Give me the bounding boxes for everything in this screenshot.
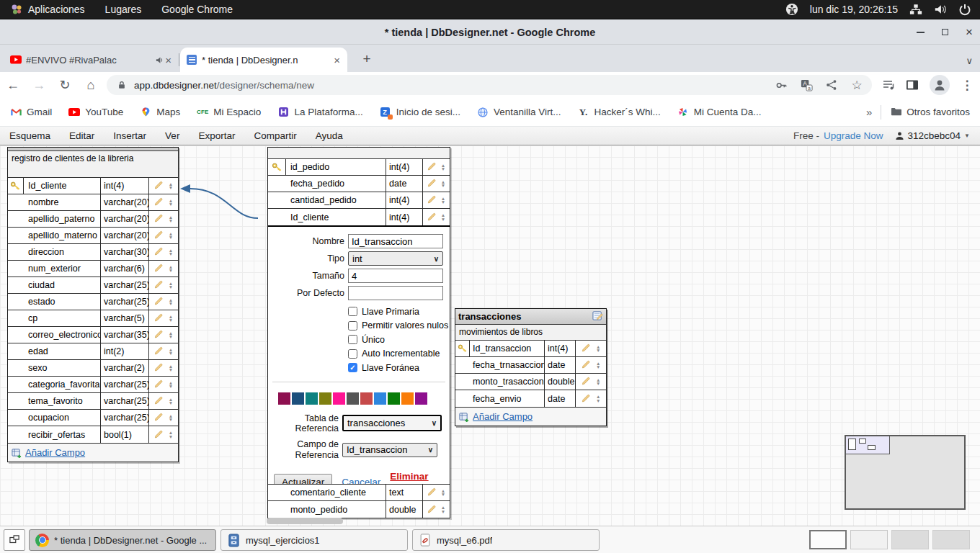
menu-compartir[interactable]: Compartir [244,130,306,141]
edit-field-icon[interactable] [582,376,591,387]
power-icon[interactable] [958,3,971,16]
edit-field-icon[interactable] [154,362,164,374]
table-field-row[interactable]: num_exterior varchar(6) ▲▼ [8,261,178,277]
reload-icon[interactable]: ↻ [52,77,78,93]
table-field-row[interactable]: fecha_envio date ▲▼ [455,390,606,407]
bookmark-mi-cuenta[interactable]: Mi Cuenta Da... [677,107,762,118]
field-name-input[interactable] [348,234,443,248]
bookmark-hackers[interactable]: Y. Hacker´s Whi... [578,107,661,118]
color-swatch[interactable] [374,392,386,405]
color-swatch[interactable] [306,392,318,405]
tab-close-icon[interactable]: × [164,54,173,66]
table-field-row[interactable]: Id_cliente int(4) ▲▼ [8,178,178,194]
taskbar-window-chrome[interactable]: * tienda | DbDesigner.net - Google ... [29,529,216,551]
table-field-row[interactable]: estado varchar(25) ▲▼ [8,294,178,310]
share-icon[interactable] [825,78,838,91]
table-titlebar[interactable]: transacciones [455,309,606,325]
window-menu-google-chrome[interactable]: Google Chrome [151,0,243,19]
workspace-2[interactable] [850,530,888,549]
workspace-4[interactable] [932,530,970,549]
reorder-field-spinner[interactable]: ▲▼ [169,215,173,223]
eliminar-campo-link[interactable]: Eliminar Campo [390,471,444,484]
table-field-row[interactable]: apellido_paterno varchar(20) ▲▼ [8,211,178,228]
field-option-row[interactable]: Auto Incrementable [348,347,450,361]
edit-field-icon[interactable] [427,487,437,498]
edit-field-icon[interactable] [154,429,164,441]
edit-field-icon[interactable] [154,230,164,241]
edit-field-icon[interactable] [154,279,164,291]
field-option-row[interactable]: Permitir valores nulos [348,319,450,333]
table-field-row[interactable]: tema_favorito varchar(25) ▲▼ [8,393,178,410]
minimap[interactable] [845,435,966,510]
color-swatch[interactable] [292,392,304,405]
bookmark-youtube[interactable]: YouTube [68,107,123,118]
other-bookmarks[interactable]: Otros favoritos [890,107,970,118]
table-field-row[interactable]: correo_electronico varchar(35) ▲▼ [8,327,178,343]
workspace-3[interactable] [891,530,929,549]
edit-field-icon[interactable] [154,263,164,274]
table-field-row[interactable]: apellido_materno varchar(20) ▲▼ [8,228,178,244]
edit-field-icon[interactable] [582,359,591,371]
color-swatch[interactable] [333,392,345,405]
table-field-row[interactable]: ocupacion varchar(25) ▲▼ [8,410,178,426]
reorder-field-spinner[interactable]: ▲▼ [169,364,173,372]
table-field-row[interactable]: recibir_ofertas bool(1) ▲▼ [8,426,178,443]
address-bar[interactable]: app.dbdesigner.net/designer/schema/new A… [107,75,872,95]
tab-envivo[interactable]: #ENVIVO #RivaPalac × [4,48,179,72]
reorder-field-spinner[interactable]: ▲▼ [169,431,173,439]
field-option-row[interactable]: Único [348,333,450,347]
reorder-field-spinner[interactable]: ▲▼ [169,397,173,405]
account-menu[interactable]: 312cbebc04 ▼ [895,130,971,141]
table-field-row[interactable]: fecha_pedido date ▲▼ [268,176,450,192]
reference-table-select[interactable]: transacciones∨ [342,415,442,431]
menu-insertar[interactable]: Insertar [104,130,156,141]
table-field-row[interactable]: ciudad varchar(25) ▲▼ [8,277,178,294]
checkbox[interactable] [348,321,357,331]
forward-icon[interactable]: → [26,78,52,93]
reorder-field-spinner[interactable]: ▲▼ [441,180,445,188]
edit-field-icon[interactable] [154,379,164,390]
lock-icon[interactable] [115,78,128,91]
table-note[interactable] [268,148,450,159]
color-swatch[interactable] [360,392,373,405]
places-menu[interactable]: Lugares [95,0,152,19]
table-field-row[interactable]: Id_transaccion int(4) ▲▼ [455,341,606,357]
edit-field-icon[interactable] [154,296,164,307]
edit-field-icon[interactable] [154,246,164,258]
minimap-viewport[interactable] [845,436,890,454]
bookmark-maps[interactable]: Maps [140,107,180,118]
table-clientes[interactable]: registro de clientes de la libreria Id_c… [7,147,179,462]
color-swatch[interactable] [429,392,441,405]
table-field-row[interactable]: cp varchar(5) ▲▼ [8,310,178,327]
edit-field-icon[interactable] [427,161,437,173]
reorder-field-spinner[interactable]: ▲▼ [441,197,445,204]
field-option-row[interactable]: Llave Foránea [348,361,450,375]
translate-icon[interactable]: Aa [800,78,813,91]
tab-close-icon[interactable]: × [332,54,342,66]
bookmark-star-icon[interactable]: ☆ [850,78,863,91]
tab-strip-chevron-icon[interactable]: ∨ [966,55,973,66]
checkbox[interactable] [348,363,357,372]
home-icon[interactable]: ⌂ [78,78,104,93]
bookmark-gmail[interactable]: Gmail [10,107,52,118]
applications-menu[interactable]: Aplicaciones [0,0,95,19]
reorder-field-spinner[interactable]: ▲▼ [596,345,600,353]
browser-menu-icon[interactable]: ⋮ [961,78,974,91]
edit-field-icon[interactable] [582,343,591,354]
new-tab-button[interactable]: + [358,51,375,67]
edit-table-icon[interactable] [592,310,603,323]
reorder-field-spinner[interactable]: ▲▼ [596,361,600,369]
reorder-field-spinner[interactable]: ▲▼ [169,381,173,389]
close-icon[interactable]: × [966,26,973,38]
table-field-row[interactable]: sexo varchar(2) ▲▼ [8,360,178,377]
reorder-field-spinner[interactable]: ▲▼ [169,414,173,422]
table-note[interactable]: registro de clientes de la libreria [8,151,178,178]
menu-exportar[interactable]: Exportar [189,130,244,141]
reorder-field-spinner[interactable]: ▲▼ [441,505,445,513]
color-swatch[interactable] [415,392,427,405]
field-size-input[interactable] [348,269,443,283]
taskbar-window-files[interactable]: mysql_ejercicios1 [220,529,408,551]
relationship-arrow[interactable] [173,181,267,232]
edit-field-icon[interactable] [154,313,164,324]
bookmark-mi-espacio[interactable]: CFE Mi Espacio [197,107,261,118]
